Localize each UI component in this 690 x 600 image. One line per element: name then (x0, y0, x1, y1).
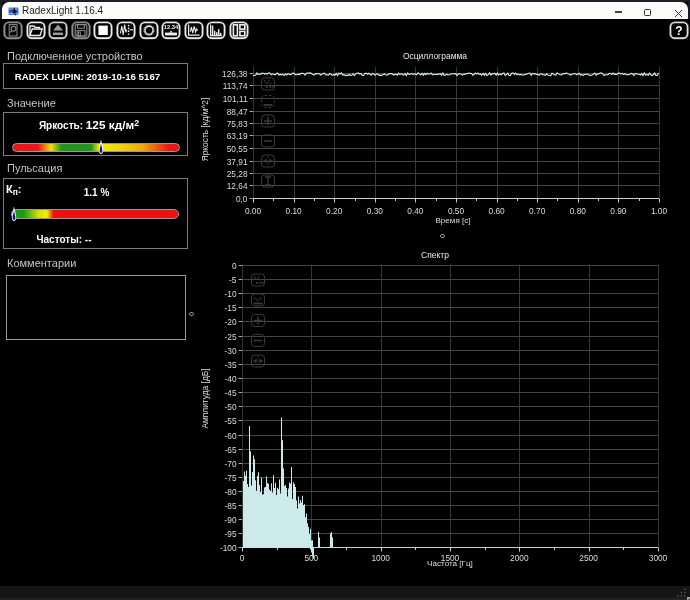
svg-text:12,64: 12,64 (227, 181, 248, 191)
svg-text:101,11: 101,11 (223, 94, 248, 104)
svg-text:0.60: 0.60 (489, 206, 506, 216)
svg-text:-15: -15 (225, 303, 237, 313)
svg-text:0.50: 0.50 (448, 206, 465, 216)
svg-text:0.40: 0.40 (407, 206, 424, 216)
svg-text:-30: -30 (225, 346, 237, 356)
svg-text:0.80: 0.80 (570, 206, 587, 216)
svg-text:-100: -100 (220, 543, 237, 553)
svg-text:0,0: 0,0 (236, 194, 248, 204)
svg-text:0: 0 (232, 261, 237, 271)
svg-text:Спектр: Спектр (421, 250, 449, 260)
svg-text:-90: -90 (225, 515, 237, 525)
svg-text:-40: -40 (225, 374, 237, 384)
svg-text:1000: 1000 (371, 553, 390, 563)
svg-text:12.34: 12.34 (164, 24, 179, 30)
svg-text:Осциллограмма: Осциллограмма (403, 51, 467, 61)
svg-text:-5: -5 (229, 275, 237, 285)
svg-text:3000: 3000 (649, 553, 668, 563)
svg-text:63,19: 63,19 (227, 131, 248, 141)
svg-text:-75: -75 (225, 473, 237, 483)
svg-text:2000: 2000 (510, 553, 529, 563)
svg-text:-80: -80 (225, 487, 237, 497)
svg-text:Частота [Гц]: Частота [Гц] (427, 559, 473, 568)
svg-text:113,74: 113,74 (223, 81, 248, 91)
svg-text:-10: -10 (225, 289, 237, 299)
svg-text:25,28: 25,28 (227, 169, 248, 179)
svg-text:1.00: 1.00 (651, 206, 668, 216)
svg-text:75,83: 75,83 (227, 119, 248, 129)
svg-text:-55: -55 (225, 416, 237, 426)
svg-text:0: 0 (240, 553, 245, 563)
svg-text:50,55: 50,55 (227, 144, 248, 154)
svg-text:500: 500 (304, 553, 318, 563)
svg-text:0.90: 0.90 (610, 206, 627, 216)
svg-text:0.70: 0.70 (529, 206, 546, 216)
svg-text:0.00: 0.00 (245, 206, 262, 216)
svg-text:-85: -85 (225, 501, 237, 511)
svg-text:126,38: 126,38 (222, 69, 248, 79)
svg-text:-65: -65 (225, 445, 237, 455)
svg-text:-95: -95 (225, 529, 237, 539)
svg-text:88,47: 88,47 (227, 107, 248, 117)
svg-text:Амплитуда [дБ]: Амплитуда [дБ] (200, 368, 210, 428)
svg-text:Время [с]: Время [с] (435, 216, 470, 225)
svg-text:?: ? (675, 24, 682, 38)
svg-text:2500: 2500 (579, 553, 598, 563)
svg-text:-70: -70 (225, 459, 237, 469)
svg-text:-45: -45 (225, 388, 237, 398)
svg-text:37,91: 37,91 (227, 157, 248, 167)
svg-text:-35: -35 (225, 360, 237, 370)
svg-text:-60: -60 (225, 431, 237, 441)
svg-text:-20: -20 (225, 317, 237, 327)
svg-text:Яркость [кд/м^2]: Яркость [кд/м^2] (200, 98, 210, 162)
svg-text:0.20: 0.20 (326, 206, 343, 216)
svg-text:0.30: 0.30 (367, 206, 384, 216)
svg-text:-50: -50 (225, 402, 237, 412)
svg-text:-25: -25 (225, 332, 237, 342)
svg-text:0.10: 0.10 (286, 206, 303, 216)
